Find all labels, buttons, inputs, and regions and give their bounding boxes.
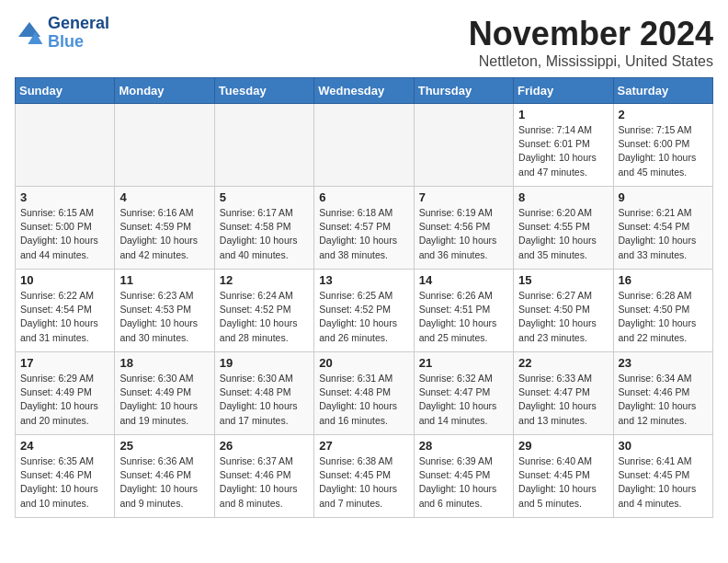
day-info: Sunrise: 6:21 AM Sunset: 4:54 PM Dayligh…: [619, 206, 708, 262]
day-info: Sunrise: 6:30 AM Sunset: 4:49 PM Dayligh…: [119, 372, 209, 428]
day-info: Sunrise: 6:37 AM Sunset: 4:46 PM Dayligh…: [220, 454, 309, 511]
day-info: Sunrise: 6:39 AM Sunset: 4:45 PM Dayligh…: [419, 454, 508, 511]
weekday-header-friday: Friday: [514, 78, 613, 104]
calendar-day-10: 10Sunrise: 6:22 AM Sunset: 4:54 PM Dayli…: [16, 270, 115, 352]
calendar-day-21: 21Sunrise: 6:32 AM Sunset: 4:47 PM Dayli…: [414, 352, 513, 435]
day-info: Sunrise: 6:27 AM Sunset: 4:50 PM Dayligh…: [518, 289, 608, 345]
day-number: 6: [319, 190, 408, 204]
calendar-day-28: 28Sunrise: 6:39 AM Sunset: 4:45 PM Dayli…: [414, 435, 513, 518]
calendar-day-empty: [314, 104, 414, 187]
day-info: Sunrise: 6:15 AM Sunset: 5:00 PM Dayligh…: [20, 206, 109, 262]
day-number: 16: [619, 273, 708, 287]
day-info: Sunrise: 6:35 AM Sunset: 4:46 PM Dayligh…: [20, 454, 109, 511]
day-info: Sunrise: 6:38 AM Sunset: 4:45 PM Dayligh…: [319, 454, 408, 511]
day-info: Sunrise: 7:14 AM Sunset: 6:01 PM Dayligh…: [518, 123, 608, 179]
day-number: 3: [20, 190, 109, 204]
day-info: Sunrise: 6:22 AM Sunset: 4:54 PM Dayligh…: [20, 289, 109, 345]
day-number: 26: [220, 439, 309, 453]
day-info: Sunrise: 6:29 AM Sunset: 4:49 PM Dayligh…: [20, 372, 109, 428]
day-info: Sunrise: 6:19 AM Sunset: 4:56 PM Dayligh…: [419, 206, 508, 262]
day-info: Sunrise: 6:40 AM Sunset: 4:45 PM Dayligh…: [518, 454, 608, 511]
svg-marker-0: [18, 22, 40, 37]
calendar-day-24: 24Sunrise: 6:35 AM Sunset: 4:46 PM Dayli…: [16, 435, 115, 518]
calendar-day-2: 2Sunrise: 7:15 AM Sunset: 6:00 PM Daylig…: [613, 104, 712, 187]
day-number: 27: [319, 439, 408, 453]
day-info: Sunrise: 6:30 AM Sunset: 4:48 PM Dayligh…: [220, 372, 309, 428]
day-number: 5: [220, 190, 309, 204]
day-number: 4: [119, 190, 209, 204]
day-number: 17: [20, 356, 109, 370]
calendar-day-7: 7Sunrise: 6:19 AM Sunset: 4:56 PM Daylig…: [414, 187, 513, 270]
calendar-day-20: 20Sunrise: 6:31 AM Sunset: 4:48 PM Dayli…: [314, 352, 414, 435]
day-number: 14: [419, 273, 508, 287]
logo-text: General Blue: [48, 15, 109, 52]
day-number: 19: [220, 356, 309, 370]
weekday-header-monday: Monday: [115, 78, 214, 104]
day-number: 8: [518, 190, 608, 204]
day-number: 12: [220, 273, 309, 287]
day-number: 29: [518, 439, 608, 453]
calendar-day-15: 15Sunrise: 6:27 AM Sunset: 4:50 PM Dayli…: [514, 270, 613, 352]
weekday-header-row: SundayMondayTuesdayWednesdayThursdayFrid…: [16, 78, 713, 104]
day-info: Sunrise: 6:34 AM Sunset: 4:46 PM Dayligh…: [619, 372, 708, 428]
day-info: Sunrise: 6:18 AM Sunset: 4:57 PM Dayligh…: [319, 206, 408, 262]
day-number: 28: [419, 439, 508, 453]
day-info: Sunrise: 6:33 AM Sunset: 4:47 PM Dayligh…: [518, 372, 608, 428]
day-info: Sunrise: 6:28 AM Sunset: 4:50 PM Dayligh…: [619, 289, 708, 345]
calendar-week-row: 1Sunrise: 7:14 AM Sunset: 6:01 PM Daylig…: [16, 104, 713, 187]
calendar-week-row: 3Sunrise: 6:15 AM Sunset: 5:00 PM Daylig…: [16, 187, 713, 270]
calendar-day-1: 1Sunrise: 7:14 AM Sunset: 6:01 PM Daylig…: [514, 104, 613, 187]
weekday-header-thursday: Thursday: [414, 78, 513, 104]
day-info: Sunrise: 6:17 AM Sunset: 4:58 PM Dayligh…: [220, 206, 309, 262]
calendar-day-23: 23Sunrise: 6:34 AM Sunset: 4:46 PM Dayli…: [613, 352, 712, 435]
weekday-header-tuesday: Tuesday: [214, 78, 313, 104]
weekday-header-saturday: Saturday: [613, 78, 712, 104]
calendar-day-4: 4Sunrise: 6:16 AM Sunset: 4:59 PM Daylig…: [115, 187, 214, 270]
calendar-day-9: 9Sunrise: 6:21 AM Sunset: 4:54 PM Daylig…: [613, 187, 712, 270]
calendar-day-18: 18Sunrise: 6:30 AM Sunset: 4:49 PM Dayli…: [115, 352, 214, 435]
calendar-week-row: 10Sunrise: 6:22 AM Sunset: 4:54 PM Dayli…: [16, 270, 713, 352]
calendar-day-29: 29Sunrise: 6:40 AM Sunset: 4:45 PM Dayli…: [514, 435, 613, 518]
day-number: 30: [619, 439, 708, 453]
day-info: Sunrise: 6:32 AM Sunset: 4:47 PM Dayligh…: [419, 372, 508, 428]
title-section: November 2024 Nettleton, Mississippi, Un…: [469, 15, 713, 70]
calendar-day-13: 13Sunrise: 6:25 AM Sunset: 4:52 PM Dayli…: [314, 270, 414, 352]
day-number: 18: [119, 356, 209, 370]
calendar-day-17: 17Sunrise: 6:29 AM Sunset: 4:49 PM Dayli…: [16, 352, 115, 435]
calendar-day-5: 5Sunrise: 6:17 AM Sunset: 4:58 PM Daylig…: [214, 187, 313, 270]
day-number: 13: [319, 273, 408, 287]
calendar-day-22: 22Sunrise: 6:33 AM Sunset: 4:47 PM Dayli…: [514, 352, 613, 435]
calendar-day-16: 16Sunrise: 6:28 AM Sunset: 4:50 PM Dayli…: [613, 270, 712, 352]
location-title: Nettleton, Mississippi, United States: [469, 53, 713, 70]
day-number: 2: [619, 108, 708, 121]
calendar-day-8: 8Sunrise: 6:20 AM Sunset: 4:55 PM Daylig…: [514, 187, 613, 270]
calendar-day-6: 6Sunrise: 6:18 AM Sunset: 4:57 PM Daylig…: [314, 187, 414, 270]
calendar-day-11: 11Sunrise: 6:23 AM Sunset: 4:53 PM Dayli…: [115, 270, 214, 352]
weekday-header-wednesday: Wednesday: [314, 78, 414, 104]
weekday-header-sunday: Sunday: [16, 78, 115, 104]
day-info: Sunrise: 6:31 AM Sunset: 4:48 PM Dayligh…: [319, 372, 408, 428]
day-info: Sunrise: 6:25 AM Sunset: 4:52 PM Dayligh…: [319, 289, 408, 345]
calendar-day-25: 25Sunrise: 6:36 AM Sunset: 4:46 PM Dayli…: [115, 435, 214, 518]
calendar-day-empty: [16, 104, 115, 187]
calendar-day-empty: [115, 104, 214, 187]
day-number: 7: [419, 190, 508, 204]
day-info: Sunrise: 6:36 AM Sunset: 4:46 PM Dayligh…: [119, 454, 209, 511]
calendar-day-14: 14Sunrise: 6:26 AM Sunset: 4:51 PM Dayli…: [414, 270, 513, 352]
day-info: Sunrise: 7:15 AM Sunset: 6:00 PM Dayligh…: [619, 123, 708, 179]
calendar-week-row: 24Sunrise: 6:35 AM Sunset: 4:46 PM Dayli…: [16, 435, 713, 518]
day-info: Sunrise: 6:26 AM Sunset: 4:51 PM Dayligh…: [419, 289, 508, 345]
calendar-day-26: 26Sunrise: 6:37 AM Sunset: 4:46 PM Dayli…: [214, 435, 313, 518]
logo-icon: [15, 18, 44, 48]
calendar-table: SundayMondayTuesdayWednesdayThursdayFrid…: [15, 77, 713, 518]
day-info: Sunrise: 6:41 AM Sunset: 4:45 PM Dayligh…: [619, 454, 708, 511]
month-title: November 2024: [469, 15, 713, 53]
day-number: 1: [518, 108, 608, 121]
day-number: 15: [518, 273, 608, 287]
calendar-week-row: 17Sunrise: 6:29 AM Sunset: 4:49 PM Dayli…: [16, 352, 713, 435]
calendar-day-30: 30Sunrise: 6:41 AM Sunset: 4:45 PM Dayli…: [613, 435, 712, 518]
calendar-day-3: 3Sunrise: 6:15 AM Sunset: 5:00 PM Daylig…: [16, 187, 115, 270]
calendar-day-empty: [214, 104, 313, 187]
day-number: 10: [20, 273, 109, 287]
day-number: 11: [119, 273, 209, 287]
